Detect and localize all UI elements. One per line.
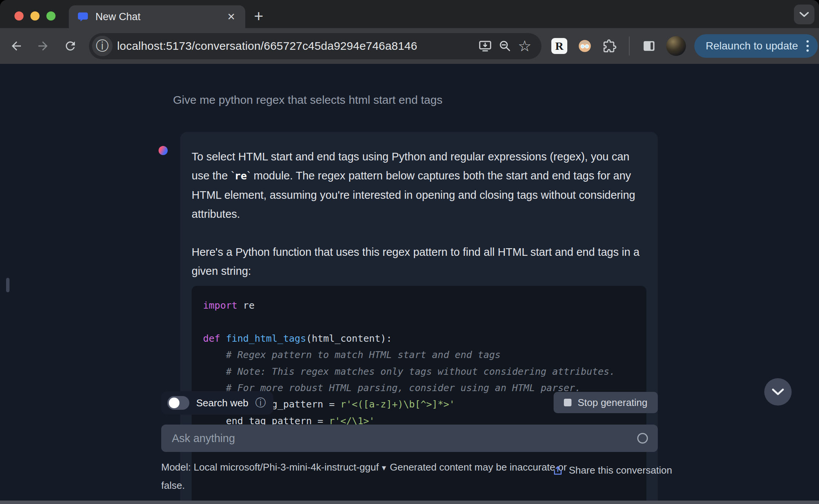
zoom-window-button[interactable] [46, 11, 56, 21]
share-conversation-link[interactable]: Share this conversation [552, 464, 672, 476]
extension-r-icon[interactable]: R [551, 38, 567, 54]
model-info: Model: Local microsoft/Phi-3-mini-4k-ins… [161, 458, 587, 494]
code-line: # Regex pattern to match HTML start and … [203, 347, 635, 363]
new-tab-button[interactable]: + [254, 9, 263, 24]
site-info-icon[interactable]: ⓘ [92, 36, 113, 56]
search-web-toggle[interactable] [167, 396, 189, 410]
stop-icon [564, 399, 571, 406]
model-selector[interactable]: Model: Local microsoft/Phi-3-mini-4k-ins… [161, 461, 379, 473]
address-bar[interactable]: ⓘ localhost:5173/conversation/665727c45d… [89, 33, 541, 59]
code-line: # Note: This regex matches only tags wit… [203, 363, 635, 380]
browser-tab[interactable]: New Chat ✕ [69, 5, 245, 28]
scrollbar-thumb[interactable] [6, 278, 10, 292]
reload-icon [63, 39, 77, 53]
back-button[interactable] [8, 37, 25, 55]
relaunch-label: Relaunch to update [706, 40, 798, 52]
stop-generating-label: Stop generating [578, 397, 648, 409]
search-web-control: Search web ⓘ [161, 391, 273, 415]
minimize-window-button[interactable] [30, 11, 40, 21]
message-input-bar [161, 425, 658, 452]
chevron-down-icon [799, 11, 809, 17]
arrow-back-icon [10, 39, 23, 53]
assistant-paragraph-2: Here's a Python function that uses this … [192, 242, 648, 281]
loading-spinner-icon [637, 433, 648, 444]
extensions-puzzle-icon[interactable] [602, 39, 617, 53]
share-label: Share this conversation [569, 464, 672, 476]
tab-title: New Chat [95, 11, 225, 23]
extensions-area: R [551, 36, 686, 56]
inline-code-re: re [235, 170, 247, 182]
scroll-to-bottom-button[interactable] [764, 378, 792, 406]
bookmark-button[interactable]: ☆ [515, 36, 535, 56]
browser-toolbar: ⓘ localhost:5173/conversation/665727c45d… [0, 28, 819, 64]
close-window-button[interactable] [14, 11, 24, 21]
star-icon: ☆ [518, 38, 532, 54]
profile-avatar[interactable] [666, 36, 686, 56]
tab-search-button[interactable] [794, 5, 814, 24]
browser-menu-kebab-icon[interactable] [806, 40, 809, 52]
toggle-knob [169, 398, 179, 408]
stop-generating-button[interactable]: Stop generating [554, 392, 658, 413]
arrow-forward-icon [36, 39, 50, 53]
relaunch-to-update-button[interactable]: Relaunch to update [694, 34, 818, 58]
share-upload-icon [552, 465, 563, 476]
code-line: import re [203, 297, 635, 314]
chevron-down-icon [771, 388, 784, 396]
magnifier-minus-icon [498, 39, 512, 53]
url-text[interactable]: localhost:5173/conversation/665727c45da9… [117, 40, 475, 52]
search-web-label: Search web [196, 397, 248, 409]
toolbar-divider [629, 36, 630, 55]
chat-bubble-favicon [77, 11, 89, 22]
install-app-button[interactable] [475, 36, 495, 56]
side-panel-icon[interactable] [642, 39, 656, 53]
user-message: Give me python regex that selects html s… [173, 94, 443, 106]
tab-strip: New Chat ✕ + [0, 0, 819, 28]
zoom-out-button[interactable] [495, 36, 515, 56]
info-icon[interactable]: ⓘ [255, 396, 266, 410]
chevron-down-icon[interactable]: ▾ [382, 463, 386, 472]
message-input[interactable] [172, 432, 637, 445]
reload-button[interactable] [62, 37, 79, 55]
forward-button[interactable] [34, 37, 52, 55]
install-desktop-icon [478, 39, 492, 53]
window-bottom-edge [0, 501, 819, 504]
window-controls [14, 11, 56, 21]
extension-face-icon[interactable] [577, 38, 592, 54]
assistant-paragraph-1: To select HTML start and end tags using … [192, 147, 648, 223]
browser-window: New Chat ✕ + ⓘ localhos [0, 0, 819, 504]
tab-close-icon[interactable]: ✕ [225, 10, 237, 23]
code-line: def find_html_tags(html_content): [203, 330, 635, 347]
assistant-avatar [159, 146, 168, 155]
code-line [203, 314, 635, 330]
